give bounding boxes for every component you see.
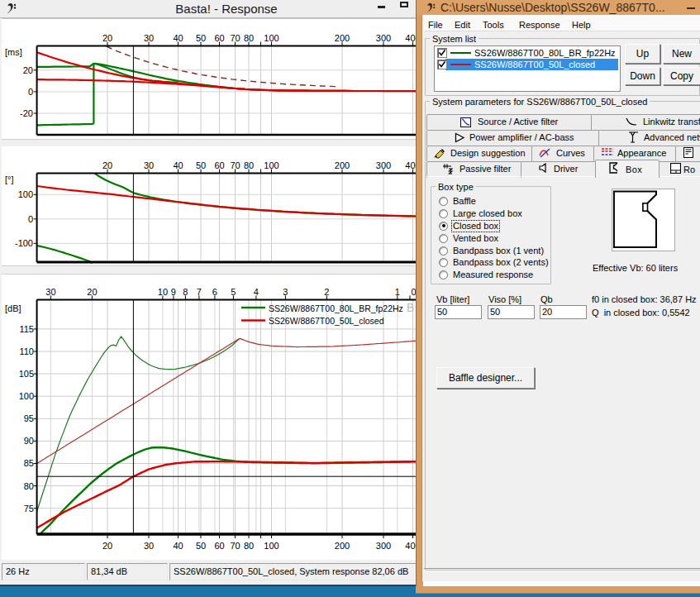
- svg-text:75: 75: [24, 504, 34, 513]
- svg-text:30: 30: [45, 287, 55, 297]
- svg-text:400: 400: [405, 541, 416, 551]
- svg-text:20: 20: [102, 33, 112, 43]
- svg-text:[ms]: [ms]: [5, 47, 22, 57]
- svg-text:300: 300: [376, 160, 391, 170]
- svg-text:[dB]: [dB]: [5, 303, 21, 313]
- svg-text:100: 100: [264, 33, 279, 43]
- svg-text:110: 110: [19, 346, 34, 356]
- svg-text:100: 100: [264, 160, 279, 170]
- svg-text:400: 400: [405, 160, 416, 170]
- svg-text:40: 40: [173, 541, 183, 551]
- svg-text:95: 95: [24, 413, 34, 423]
- svg-text:40: 40: [173, 160, 183, 170]
- svg-text:115: 115: [19, 324, 34, 334]
- svg-text:0: 0: [28, 214, 33, 224]
- svg-text:200: 200: [335, 541, 350, 551]
- svg-text:SS26W/8867T00_50L_closed: SS26W/8867T00_50L_closed: [269, 316, 384, 326]
- svg-text:200: 200: [335, 160, 350, 170]
- svg-text:-20: -20: [20, 108, 33, 118]
- svg-text:5: 5: [231, 287, 236, 297]
- svg-text:60: 60: [214, 541, 224, 551]
- svg-text:85: 85: [24, 458, 34, 468]
- svg-text:30: 30: [144, 160, 154, 170]
- svg-text:80: 80: [244, 33, 254, 43]
- svg-text:20: 20: [102, 160, 112, 170]
- svg-text:90: 90: [24, 436, 34, 446]
- svg-text:SS26W/8867T00_80L_BR_fp22Hz: SS26W/8867T00_80L_BR_fp22Hz: [269, 303, 403, 313]
- svg-text:50: 50: [196, 541, 206, 551]
- svg-text:105: 105: [19, 369, 34, 379]
- svg-text:2: 2: [324, 287, 329, 297]
- svg-text:30: 30: [144, 33, 154, 43]
- svg-text:7: 7: [197, 287, 202, 297]
- svg-text:300: 300: [376, 33, 391, 43]
- svg-text:1: 1: [395, 287, 400, 297]
- svg-text:400: 400: [405, 33, 416, 43]
- svg-text:60: 60: [214, 33, 224, 43]
- svg-text:80: 80: [24, 481, 34, 491]
- svg-text:B: B: [407, 301, 414, 314]
- svg-text:4: 4: [254, 287, 259, 297]
- svg-text:20: 20: [102, 541, 112, 551]
- svg-text:6: 6: [212, 287, 217, 297]
- svg-text:[°]: [°]: [5, 174, 14, 184]
- svg-text:9: 9: [171, 287, 176, 297]
- svg-text:80: 80: [244, 541, 254, 551]
- svg-text:70: 70: [230, 160, 240, 170]
- svg-text:60: 60: [214, 160, 224, 170]
- svg-text:300: 300: [376, 541, 391, 551]
- svg-text:200: 200: [335, 33, 350, 43]
- svg-text:70: 70: [230, 541, 240, 551]
- svg-text:100: 100: [18, 189, 33, 199]
- svg-text:30: 30: [144, 541, 154, 551]
- svg-text:100: 100: [19, 391, 34, 401]
- svg-text:70: 70: [230, 33, 240, 43]
- svg-text:0: 0: [28, 87, 33, 97]
- svg-text:100: 100: [264, 541, 279, 551]
- svg-text:8: 8: [183, 287, 188, 297]
- svg-text:50: 50: [196, 33, 206, 43]
- svg-text:-100: -100: [15, 238, 33, 248]
- svg-text:20: 20: [87, 287, 97, 297]
- svg-text:10: 10: [158, 287, 168, 297]
- svg-text:80: 80: [244, 160, 254, 170]
- svg-text:40: 40: [173, 33, 183, 43]
- svg-text:50: 50: [196, 160, 206, 170]
- svg-text:3: 3: [283, 287, 288, 297]
- svg-text:20: 20: [23, 65, 33, 75]
